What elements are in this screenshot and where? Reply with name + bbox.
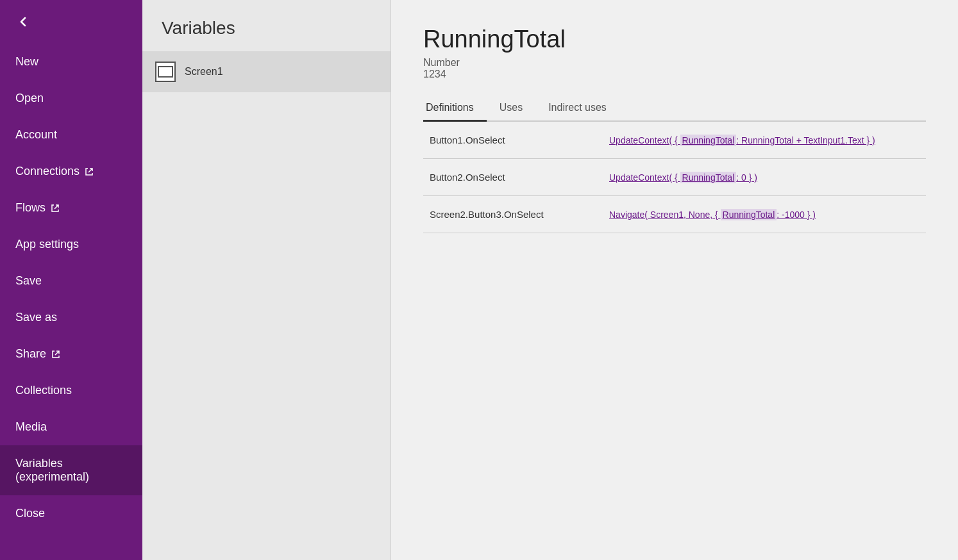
screen-item-screen1[interactable]: Screen1	[142, 51, 391, 92]
sidebar-item-save-as[interactable]: Save as	[0, 299, 142, 336]
sidebar-item-media[interactable]: Media	[0, 409, 142, 445]
formula-cell-1: UpdateContext( { RunningTotal: RunningTo…	[603, 122, 926, 159]
formula-link-3[interactable]: Navigate( Screen1, None, { RunningTotal:…	[609, 209, 816, 220]
middle-panel: Variables Screen1	[142, 0, 391, 560]
formula-cell-3: Navigate( Screen1, None, { RunningTotal:…	[603, 196, 926, 233]
sidebar-item-connections[interactable]: Connections	[0, 153, 142, 190]
external-link-icon	[85, 167, 94, 176]
table-row: Button1.OnSelect UpdateContext( { Runnin…	[423, 122, 926, 159]
sidebar-item-media-label: Media	[15, 420, 47, 434]
main-content: RunningTotal Number 1234 Definitions Use…	[391, 0, 958, 560]
context-cell-1: Button1.OnSelect	[423, 122, 603, 159]
sidebar-item-save-label: Save	[15, 274, 42, 288]
formula-cell-2: UpdateContext( { RunningTotal: 0 } )	[603, 159, 926, 196]
sidebar-item-account[interactable]: Account	[0, 117, 142, 153]
formula-highlight-1: RunningTotal	[680, 135, 737, 146]
external-link-icon-flows	[51, 204, 60, 213]
sidebar-item-connections-label: Connections	[15, 165, 80, 178]
screen1-label: Screen1	[185, 66, 223, 78]
formula-link-2[interactable]: UpdateContext( { RunningTotal: 0 } )	[609, 172, 757, 183]
sidebar: New Open Account Connections Flows App s…	[0, 0, 142, 560]
formula-highlight-2: RunningTotal	[680, 172, 737, 183]
variable-type: Number	[423, 57, 926, 69]
tab-definitions[interactable]: Definitions	[423, 95, 487, 122]
sidebar-item-new[interactable]: New	[0, 44, 142, 80]
tabs: Definitions Uses Indirect uses	[423, 95, 926, 122]
sidebar-item-collections-label: Collections	[15, 384, 72, 397]
table-row: Button2.OnSelect UpdateContext( { Runnin…	[423, 159, 926, 196]
variable-value: 1234	[423, 69, 926, 80]
sidebar-item-save-as-label: Save as	[15, 311, 57, 324]
sidebar-item-new-label: New	[15, 55, 38, 69]
sidebar-item-variables-label: Variables (experimental)	[15, 457, 127, 484]
sidebar-item-app-settings-label: App settings	[15, 238, 79, 251]
table-row: Screen2.Button3.OnSelect Navigate( Scree…	[423, 196, 926, 233]
formula-highlight-3: RunningTotal	[721, 209, 777, 220]
sidebar-item-flows-label: Flows	[15, 201, 46, 215]
context-cell-3: Screen2.Button3.OnSelect	[423, 196, 603, 233]
screen-icon-inner	[158, 66, 173, 78]
sidebar-item-collections[interactable]: Collections	[0, 372, 142, 409]
context-cell-2: Button2.OnSelect	[423, 159, 603, 196]
sidebar-item-account-label: Account	[15, 128, 57, 142]
sidebar-item-share-label: Share	[15, 347, 46, 361]
sidebar-item-variables[interactable]: Variables (experimental)	[0, 445, 142, 495]
screen-icon	[155, 62, 176, 82]
sidebar-item-open-label: Open	[15, 92, 44, 105]
sidebar-item-close-label: Close	[15, 507, 45, 520]
sidebar-item-save[interactable]: Save	[0, 263, 142, 299]
sidebar-item-app-settings[interactable]: App settings	[0, 226, 142, 263]
external-link-icon-share	[51, 350, 60, 359]
variable-name: RunningTotal	[423, 26, 926, 53]
panel-title: Variables	[142, 0, 391, 51]
sidebar-item-open[interactable]: Open	[0, 80, 142, 117]
tab-indirect-uses[interactable]: Indirect uses	[546, 95, 619, 120]
tab-uses[interactable]: Uses	[497, 95, 535, 120]
formula-link-1[interactable]: UpdateContext( { RunningTotal: RunningTo…	[609, 135, 875, 146]
sidebar-item-share[interactable]: Share	[0, 336, 142, 372]
back-button[interactable]	[0, 0, 142, 44]
definitions-table: Button1.OnSelect UpdateContext( { Runnin…	[423, 122, 926, 233]
sidebar-item-close[interactable]: Close	[0, 495, 142, 532]
sidebar-item-flows[interactable]: Flows	[0, 190, 142, 226]
